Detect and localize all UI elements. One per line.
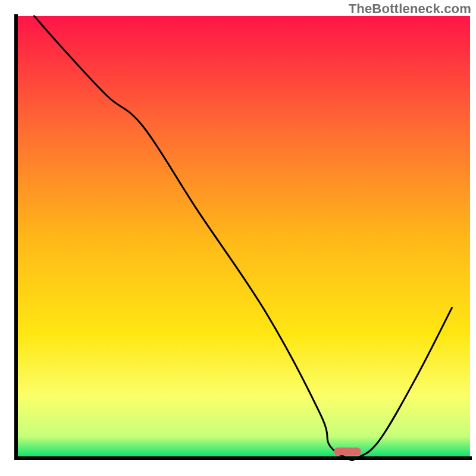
optimal-marker [334,447,361,455]
gradient-background [16,16,470,458]
chart-stage: TheBottleneck.com [0,0,476,476]
bottleneck-chart [0,0,476,476]
